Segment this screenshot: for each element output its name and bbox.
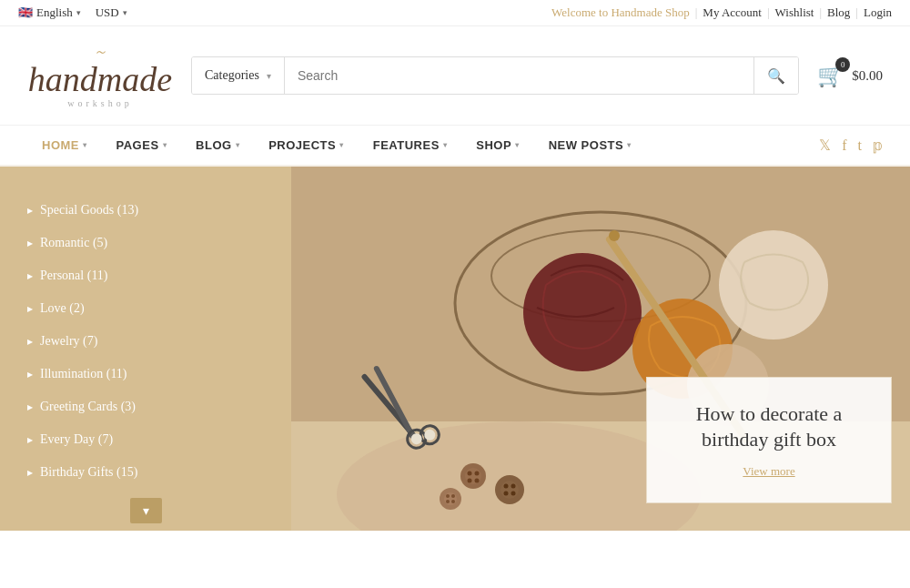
bullet-icon: ▶ <box>27 305 33 313</box>
language-label: English <box>36 5 73 20</box>
list-item[interactable]: ▶ Jewelry (7) <box>0 325 291 358</box>
welcome-message: Welcome to Handmade Shop <box>551 5 690 20</box>
bullet-icon: ▶ <box>27 239 33 248</box>
logo-brand: handmade <box>27 62 173 96</box>
nav-social: 𝕏 f t 𝕡 <box>819 137 883 154</box>
categories-label: Categories <box>205 68 259 83</box>
svg-point-21 <box>468 479 472 483</box>
svg-point-30 <box>444 492 457 505</box>
cart-total: $0.00 <box>852 68 883 84</box>
list-item[interactable]: ▶ Every Day (7) <box>0 423 291 456</box>
list-item[interactable]: ▶ Special Goods (13) <box>0 194 291 227</box>
nav-features-arrow-icon: ▾ <box>443 141 448 149</box>
list-item[interactable]: ▶ Love (2) <box>0 292 291 325</box>
category-label: Jewelry (7) <box>40 334 97 349</box>
caption-box: How to decorate a birthday gift box View… <box>646 377 892 503</box>
hero-section: ▶ Special Goods (13) ▶ Romantic (5) ▶ Pe… <box>0 167 910 531</box>
nav-new-posts-arrow-icon: ▾ <box>627 141 632 149</box>
category-label: Birthday Gifts (15) <box>40 465 137 480</box>
nav-new-posts-label: NEW POSTS <box>549 138 624 152</box>
nav-pages-arrow-icon: ▾ <box>163 141 167 149</box>
cart-count-badge: 0 <box>835 57 850 72</box>
categories-chevron-icon: ▾ <box>267 71 271 81</box>
twitter-icon[interactable]: 𝕏 <box>819 137 831 154</box>
list-item[interactable]: ▶ Illumination (11) <box>0 358 291 390</box>
wishlist-link[interactable]: Wishlist <box>775 5 814 20</box>
facebook-icon[interactable]: f <box>842 137 846 154</box>
list-item[interactable]: ▶ Romantic (5) <box>0 227 291 259</box>
category-label: Special Goods (13) <box>40 203 138 218</box>
blog-link[interactable]: Blog <box>827 5 850 20</box>
pinterest-icon[interactable]: 𝕡 <box>873 137 883 154</box>
nav-blog-label: BLOG <box>196 138 232 152</box>
separator-4: | <box>855 5 858 20</box>
more-categories-area: ▾ <box>0 498 291 523</box>
more-categories-button[interactable]: ▾ <box>130 498 162 523</box>
category-label: Personal (11) <box>40 269 108 283</box>
nav-new-posts[interactable]: NEW POSTS ▾ <box>534 126 646 165</box>
login-link[interactable]: Login <box>864 5 892 20</box>
cart[interactable]: 🛒 0 $0.00 <box>817 63 883 88</box>
tumblr-icon[interactable]: t <box>858 137 862 154</box>
bullet-icon: ▶ <box>27 272 33 280</box>
header: ～ handmade workshop Categories ▾ 🔍 🛒 0 $… <box>0 26 910 126</box>
top-bar: 🇬🇧 English ▾ USD ▾ Welcome to Handmade S… <box>0 0 910 26</box>
lang-chevron-icon: ▾ <box>76 8 81 17</box>
language-selector[interactable]: 🇬🇧 English ▾ <box>18 5 81 20</box>
currency-chevron-icon: ▾ <box>123 8 127 17</box>
caption-title: How to decorate a birthday gift box <box>674 401 864 453</box>
category-dropdown[interactable]: Categories ▾ <box>192 57 285 94</box>
category-label: Illumination (11) <box>40 367 127 381</box>
nav-projects-arrow-icon: ▾ <box>339 141 344 149</box>
svg-point-18 <box>465 468 481 484</box>
bullet-icon: ▶ <box>27 338 33 346</box>
view-more-link[interactable]: View more <box>743 464 794 478</box>
top-bar-right: Welcome to Handmade Shop | My Account | … <box>551 5 892 20</box>
nav-blog-arrow-icon: ▾ <box>236 141 240 149</box>
main-nav: HOME ▾ PAGES ▾ BLOG ▾ PROJECTS ▾ FEATURE… <box>0 126 910 167</box>
logo-tagline: workshop <box>27 98 173 108</box>
nav-pages[interactable]: PAGES ▾ <box>102 126 182 165</box>
nav-home-arrow-icon: ▾ <box>83 141 87 149</box>
hero-image: How to decorate a birthday gift box View… <box>291 167 910 531</box>
nav-home-label: HOME <box>42 138 79 152</box>
search-button[interactable]: 🔍 <box>753 57 798 94</box>
nav-home[interactable]: HOME ▾ <box>27 126 102 165</box>
my-account-link[interactable]: My Account <box>703 5 762 20</box>
category-label: Greeting Cards (3) <box>40 400 136 414</box>
svg-point-10 <box>609 230 620 241</box>
svg-point-7 <box>719 230 828 340</box>
list-item[interactable]: ▶ Greeting Cards (3) <box>0 390 291 423</box>
hero-sidebar: ▶ Special Goods (13) ▶ Romantic (5) ▶ Pe… <box>0 167 291 531</box>
svg-point-25 <box>504 484 509 489</box>
separator-2: | <box>767 5 770 20</box>
list-item[interactable]: ▶ Birthday Gifts (15) <box>0 456 291 489</box>
search-input[interactable] <box>285 57 753 94</box>
svg-point-32 <box>451 494 455 498</box>
nav-shop[interactable]: SHOP ▾ <box>461 126 533 165</box>
nav-projects-label: PROJECTS <box>268 138 336 152</box>
cart-icon-wrap: 🛒 0 <box>817 63 844 88</box>
svg-point-19 <box>468 471 472 476</box>
nav-features[interactable]: FEATURES ▾ <box>359 126 462 165</box>
nav-projects[interactable]: PROJECTS ▾ <box>254 126 359 165</box>
category-label: Love (2) <box>40 301 85 316</box>
category-label: Every Day (7) <box>40 432 113 447</box>
bullet-icon: ▶ <box>27 207 33 215</box>
logo[interactable]: ～ handmade workshop <box>27 43 173 108</box>
list-item[interactable]: ▶ Personal (11) <box>0 259 291 292</box>
bullet-icon: ▶ <box>27 469 33 477</box>
top-bar-left: 🇬🇧 English ▾ USD ▾ <box>18 5 127 20</box>
svg-point-27 <box>504 492 509 496</box>
currency-selector[interactable]: USD ▾ <box>96 5 127 20</box>
svg-point-20 <box>475 471 480 476</box>
svg-point-24 <box>500 481 519 499</box>
category-list: ▶ Special Goods (13) ▶ Romantic (5) ▶ Pe… <box>0 194 291 489</box>
svg-point-28 <box>511 492 516 496</box>
flag-uk-icon: 🇬🇧 <box>18 5 33 20</box>
nav-blog[interactable]: BLOG ▾ <box>181 126 254 165</box>
search-icon: 🔍 <box>767 68 785 84</box>
search-area: Categories ▾ 🔍 <box>191 56 799 95</box>
currency-label: USD <box>96 5 119 20</box>
separator-1: | <box>695 5 698 20</box>
